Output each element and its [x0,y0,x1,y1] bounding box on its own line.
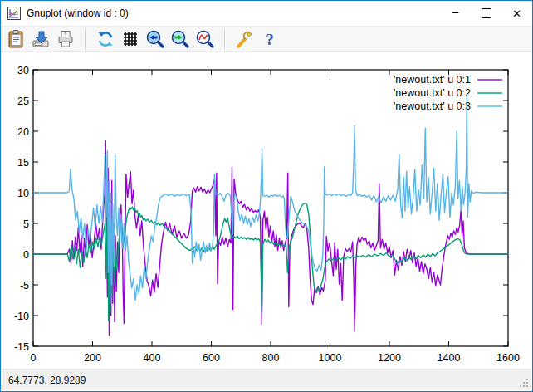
toggle-grid-button[interactable] [120,27,141,51]
gnuplot-window: Gnuplot (window id : 0) – ✕ [0,0,533,392]
x-tick-label: 400 [144,352,161,364]
y-tick-label: -15 [14,341,29,353]
close-icon: ✕ [512,7,521,20]
y-tick-label: -10 [14,311,29,322]
maximize-button[interactable] [471,1,501,26]
minimize-button[interactable]: – [440,1,471,26]
options-button[interactable] [234,27,256,51]
minimize-icon: – [452,5,459,18]
zoom-next-icon [170,29,190,49]
zoom-previous-button[interactable] [144,27,166,51]
grid-icon [120,29,140,49]
y-tick-label: 15 [17,157,29,169]
x-tick-label: 600 [203,352,220,364]
y-tick-label: 0 [23,249,29,261]
x-tick-label: 800 [262,352,280,364]
y-tick-label: 5 [23,218,29,230]
x-tick-label: 1600 [496,352,520,364]
maximize-icon [482,8,491,18]
legend-label: 'newout.txt' u 0:1 [394,74,471,86]
plot-canvas[interactable]: 'newout.txt' u 0:1'newout.txt' u 0:2'new… [2,53,533,370]
y-tick-label: 25 [17,96,29,107]
zoom-autoscale-icon [195,29,215,49]
refresh-icon [95,29,115,49]
print-button[interactable] [55,27,76,51]
legend-label: 'newout.txt' u 0:2 [394,87,471,99]
series-line-2 [33,198,508,321]
replot-button[interactable] [95,27,116,51]
save-icon [31,29,51,49]
copy-to-clipboard-button[interactable] [5,27,27,51]
y-tick-label: 10 [17,188,29,199]
print-icon [56,29,76,49]
title-bar: Gnuplot (window id : 0) – ✕ [1,1,532,26]
legend-label: 'newout.txt' u 0:3 [394,100,471,112]
resize-grip-icon[interactable] [519,378,530,389]
x-tick-label: 1400 [438,352,461,364]
status-bar: 64.7773, 28.9289 [2,369,531,390]
autoscale-button[interactable] [194,27,216,51]
window-title: Gnuplot (window id : 0) [27,7,440,19]
toolbar-separator [85,29,86,49]
toolbar-separator [224,29,226,49]
plot-svg: 'newout.txt' u 0:1'newout.txt' u 0:2'new… [2,53,533,370]
wrench-icon [235,29,255,49]
mouse-coordinates: 64.7773, 28.9289 [8,375,86,386]
window-controls: – ✕ [440,1,532,26]
x-tick-label: 1200 [378,352,401,364]
y-tick-label: 20 [17,126,29,138]
clipboard-icon [6,29,26,49]
gnuplot-app-icon [7,7,21,20]
y-tick-label: -5 [20,280,29,292]
close-button[interactable]: ✕ [501,1,532,26]
x-tick-label: 200 [84,352,101,364]
x-tick-label: 0 [31,352,37,364]
save-button[interactable] [30,27,51,51]
toolbar: ? [1,26,532,52]
help-icon: ? [260,29,280,49]
help-button[interactable]: ? [259,27,281,51]
svg-text:?: ? [266,31,274,48]
y-tick-label: 30 [17,65,29,76]
x-tick-label: 1000 [319,352,342,364]
zoom-previous-icon [145,29,165,49]
zoom-next-button[interactable] [169,27,191,51]
